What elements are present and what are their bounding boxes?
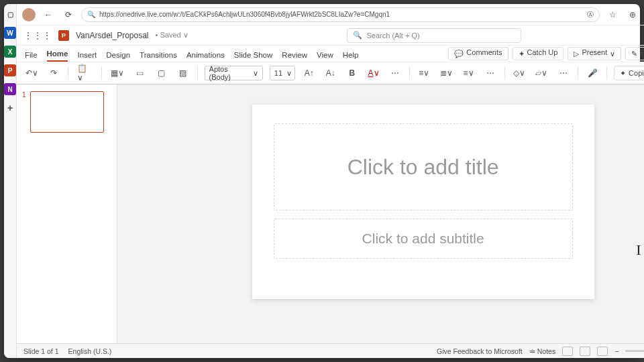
- font-name-select[interactable]: Aptos (Body)∨: [205, 66, 263, 80]
- tab-file[interactable]: File: [25, 51, 38, 62]
- slide-canvas-area[interactable]: Click to add title Click to add subtitle…: [117, 84, 644, 343]
- redo-button[interactable]: ↷: [46, 66, 61, 80]
- app-rail: ▢ W X P N +: [4, 4, 17, 358]
- search-box[interactable]: 🔍 Search (Alt + Q): [347, 28, 521, 43]
- increase-font-button[interactable]: A↑: [302, 66, 317, 80]
- editing-mode-button[interactable]: ✎ Editing ∨: [625, 47, 644, 60]
- normal-view-button[interactable]: [562, 347, 573, 356]
- app-titlebar: ⋮⋮⋮ P VanArsdel_Proposal • Saved ∨ 🔍 Sea…: [17, 25, 644, 46]
- thumbnail-number: 1: [22, 91, 26, 133]
- new-slide-button[interactable]: ▦∨: [109, 66, 125, 80]
- arrange-button[interactable]: ▱∨: [534, 66, 549, 80]
- workspace: 1 Click to add title Click to add subtit…: [17, 84, 644, 343]
- slide-counter[interactable]: Slide 1 of 1: [23, 347, 59, 355]
- tab-insert[interactable]: Insert: [77, 51, 97, 62]
- tab-transitions[interactable]: Transitions: [140, 51, 177, 62]
- tab-review[interactable]: Review: [282, 51, 307, 62]
- tab-slideshow[interactable]: Slide Show: [234, 51, 273, 62]
- undo-button[interactable]: ↶∨: [23, 66, 40, 80]
- browser-tabstrip: ← ⟳ 🔍 Ⓐ ☆ ⊕ ⋯ ― ▢ ✕: [17, 4, 644, 25]
- rail-add-icon[interactable]: +: [4, 102, 16, 114]
- ribbon-toolbar: ↶∨ ↷ 📋∨ ▦∨ ▭ ▢ ▨ Aptos (Body)∨ 11∨ A↑ A↓…: [17, 62, 644, 84]
- bold-button[interactable]: B: [345, 66, 360, 80]
- present-button[interactable]: ▷ Present ∨: [568, 47, 621, 60]
- section-button[interactable]: ▨: [176, 66, 191, 80]
- subtitle-placeholder[interactable]: Click to add subtitle: [274, 219, 573, 259]
- notes-button[interactable]: ≐ Notes: [529, 347, 555, 355]
- language-status[interactable]: English (U.S.): [68, 347, 112, 355]
- profile-avatar[interactable]: [22, 8, 36, 21]
- search-icon: 🔍: [353, 31, 362, 40]
- app-launcher-icon[interactable]: ⋮⋮⋮: [23, 30, 52, 41]
- back-button[interactable]: ←: [41, 7, 56, 22]
- ribbon-tabs: File Home Insert Design Transitions Anim…: [17, 46, 644, 62]
- feedback-link[interactable]: Give Feedback to Microsoft: [437, 347, 523, 355]
- dictate-button[interactable]: 🎤: [585, 66, 600, 80]
- tab-view[interactable]: View: [317, 51, 333, 62]
- thumbnail-preview[interactable]: [30, 91, 104, 133]
- align-button[interactable]: ≡∨: [462, 66, 476, 80]
- powerpoint-logo-icon: P: [58, 30, 69, 41]
- more-font-button[interactable]: ⋯: [388, 66, 402, 80]
- numbering-button[interactable]: ≣∨: [438, 66, 454, 80]
- tab-design[interactable]: Design: [106, 51, 130, 62]
- layout-button[interactable]: ▭: [133, 66, 148, 80]
- reset-button[interactable]: ▢: [154, 66, 169, 80]
- refresh-button[interactable]: ⟳: [61, 7, 76, 22]
- sorter-view-button[interactable]: [580, 347, 590, 356]
- decrease-font-button[interactable]: A↓: [323, 66, 338, 80]
- more-drawing-button[interactable]: ⋯: [556, 66, 571, 80]
- zoom-out-button[interactable]: −: [614, 347, 619, 355]
- read-aloud-icon[interactable]: Ⓐ: [587, 10, 594, 19]
- rail-onenote-icon[interactable]: N: [4, 83, 16, 95]
- rail-word-icon[interactable]: W: [4, 27, 16, 39]
- tab-help[interactable]: Help: [343, 51, 359, 62]
- tab-home[interactable]: Home: [47, 50, 68, 62]
- favorite-icon[interactable]: ☆: [605, 7, 620, 22]
- status-bar: Slide 1 of 1 English (U.S.) Give Feedbac…: [17, 343, 644, 358]
- shapes-button[interactable]: ◇∨: [511, 66, 527, 80]
- address-bar[interactable]: 🔍 Ⓐ: [81, 7, 600, 22]
- paste-button[interactable]: 📋∨: [75, 66, 95, 80]
- comments-button[interactable]: 💬 Comments: [448, 47, 508, 60]
- zoom-slider[interactable]: [625, 350, 644, 352]
- more-para-button[interactable]: ⋯: [483, 66, 498, 80]
- tab-animations[interactable]: Animations: [186, 51, 225, 62]
- search-placeholder: Search (Alt + Q): [366, 32, 419, 40]
- font-size-select[interactable]: 11∨: [270, 66, 295, 80]
- reading-view-button[interactable]: [597, 347, 608, 356]
- text-cursor-icon: I: [636, 241, 641, 259]
- url-input[interactable]: [99, 11, 583, 18]
- catchup-button[interactable]: ✦ Catch Up: [513, 47, 564, 60]
- title-placeholder[interactable]: Click to add title: [274, 123, 573, 210]
- collections-icon[interactable]: ⊕: [625, 7, 640, 22]
- document-name[interactable]: VanArsdel_Proposal: [76, 31, 149, 40]
- save-status[interactable]: • Saved ∨: [156, 31, 189, 40]
- rail-tab-icon[interactable]: ▢: [4, 8, 16, 20]
- rail-excel-icon[interactable]: X: [4, 46, 16, 58]
- slide-thumbnails-panel[interactable]: 1: [17, 84, 117, 343]
- slide[interactable]: Click to add title Click to add subtitle…: [252, 105, 594, 299]
- bullets-button[interactable]: ≡∨: [417, 66, 431, 80]
- copilot-button[interactable]: ✦ Copilot: [614, 66, 644, 80]
- lock-icon: 🔍: [87, 11, 95, 18]
- rail-powerpoint-icon[interactable]: P: [4, 64, 16, 76]
- thumbnail-slide-1[interactable]: 1: [22, 91, 111, 133]
- font-color-button[interactable]: A∨: [366, 66, 381, 80]
